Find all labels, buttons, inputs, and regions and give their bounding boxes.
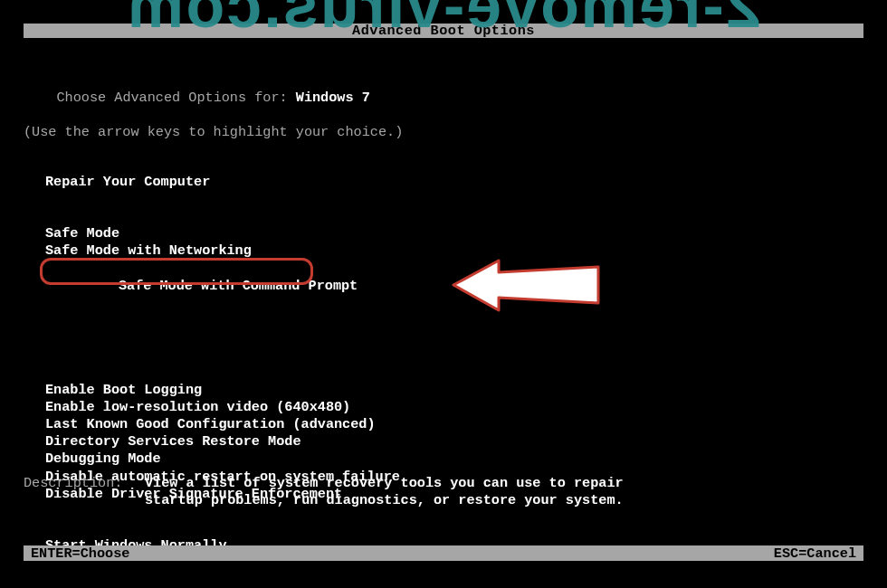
menu-item-directory-services-restore[interactable]: Directory Services Restore Mode bbox=[45, 433, 301, 450]
footer-bar: ENTER=Choose ESC=Cancel bbox=[24, 545, 863, 561]
screen-title: Advanced Boot Options bbox=[352, 23, 535, 39]
os-name: Windows 7 bbox=[296, 90, 370, 106]
description-text-line2: startup problems, run diagnostics, or re… bbox=[145, 492, 624, 508]
menu-item-safe-mode-command-prompt[interactable]: Safe Mode with Command Prompt bbox=[45, 261, 365, 347]
description-text: View a list of system recovery tools you… bbox=[145, 475, 624, 509]
menu-item-label: Safe Mode with Command Prompt bbox=[119, 278, 358, 294]
menu-item-enable-boot-logging[interactable]: Enable Boot Logging bbox=[45, 382, 202, 399]
callout-arrow-icon bbox=[362, 239, 607, 338]
menu-block-0: Repair Your Computer bbox=[45, 174, 863, 191]
menu-item-repair-your-computer[interactable]: Repair Your Computer bbox=[45, 174, 210, 191]
title-bar: Advanced Boot Options bbox=[24, 24, 863, 38]
description-label: Description: bbox=[24, 475, 145, 492]
footer-enter-hint: ENTER=Choose bbox=[31, 545, 129, 562]
intro-prefix: Choose Advanced Options for: bbox=[56, 90, 295, 106]
intro-line-1: Choose Advanced Options for: Windows 7 bbox=[24, 72, 863, 124]
menu-item-safe-mode-networking[interactable]: Safe Mode with Networking bbox=[45, 242, 252, 260]
menu-block-1: Safe Mode Safe Mode with Networking Safe… bbox=[45, 225, 863, 346]
description-row: Description: View a list of system recov… bbox=[24, 475, 863, 509]
menu-item-low-res-video[interactable]: Enable low-resolution video (640x480) bbox=[45, 399, 350, 416]
description-text-line1: View a list of system recovery tools you… bbox=[145, 475, 624, 491]
intro-hint: (Use the arrow keys to highlight your ch… bbox=[24, 124, 863, 141]
menu-item-debugging-mode[interactable]: Debugging Mode bbox=[45, 450, 161, 468]
menu-item-safe-mode[interactable]: Safe Mode bbox=[45, 225, 119, 242]
menu-item-last-known-good[interactable]: Last Known Good Configuration (advanced) bbox=[45, 416, 376, 433]
footer-esc-hint: ESC=Cancel bbox=[774, 545, 856, 562]
